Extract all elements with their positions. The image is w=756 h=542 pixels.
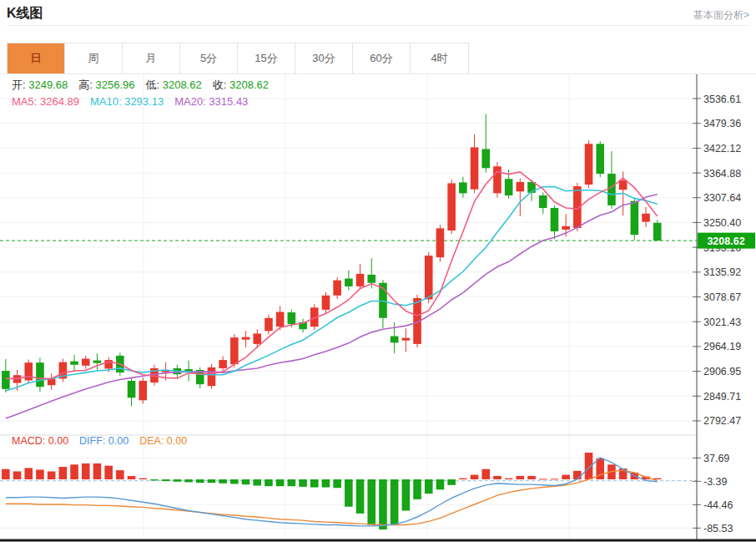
price-tick-13: 2792.47	[703, 415, 741, 427]
price-tick-8: 3078.67	[703, 291, 741, 303]
price-tick-1: 3479.36	[703, 118, 741, 129]
tab-period-6[interactable]: 60分	[353, 43, 411, 73]
tab-period-0[interactable]: 日	[8, 43, 65, 73]
kline-chart-svg[interactable]: 3536.613479.363422.123364.883307.643250.…	[0, 74, 756, 542]
current-price-tag-text: 3208.62	[707, 236, 744, 247]
tab-period-3[interactable]: 5分	[180, 43, 238, 73]
macd-tick-0: 37.69	[703, 453, 729, 464]
price-tick-7: 3135.92	[703, 266, 741, 278]
price-axis: 3536.613479.363422.123364.883307.643250.…	[0, 74, 756, 540]
candles-layer	[2, 114, 662, 406]
page-title: K线图	[7, 5, 43, 23]
tab-period-5[interactable]: 30分	[295, 43, 353, 73]
macd-tick-3: -85.53	[703, 523, 733, 534]
ma20-line	[6, 195, 658, 418]
price-tick-0: 3536.61	[703, 94, 741, 105]
ma5-line	[6, 171, 658, 378]
tab-period-1[interactable]: 周	[65, 43, 123, 73]
price-tick-4: 3307.64	[703, 192, 741, 204]
ma-lines-layer	[6, 171, 658, 525]
price-tick-3: 3364.88	[703, 168, 741, 180]
diff-line	[6, 458, 658, 526]
macd-tick-2: -44.46	[703, 499, 733, 511]
price-tick-10: 2964.19	[703, 341, 741, 352]
price-tick-2: 3422.12	[703, 143, 741, 154]
price-tick-12: 2849.71	[703, 391, 741, 403]
macd-tick-1: -3.39	[703, 476, 728, 488]
tab-period-2[interactable]: 月	[123, 43, 180, 73]
period-tabbar: 日周月5分15分30分60分4时	[7, 43, 469, 74]
macd-histogram	[2, 453, 662, 529]
price-tick-9: 3021.43	[703, 317, 741, 328]
fundamental-analysis-link[interactable]: 基本面分析>	[693, 8, 749, 23]
header-divider	[7, 25, 749, 26]
chart-area[interactable]: 3536.613479.363422.123364.883307.643250.…	[0, 73, 756, 542]
ma10-line	[6, 187, 658, 391]
tab-period-4[interactable]: 15分	[238, 43, 295, 73]
tab-period-7[interactable]: 4时	[411, 43, 468, 73]
price-tick-5: 3250.40	[703, 217, 741, 229]
price-tick-11: 2906.95	[703, 366, 741, 377]
